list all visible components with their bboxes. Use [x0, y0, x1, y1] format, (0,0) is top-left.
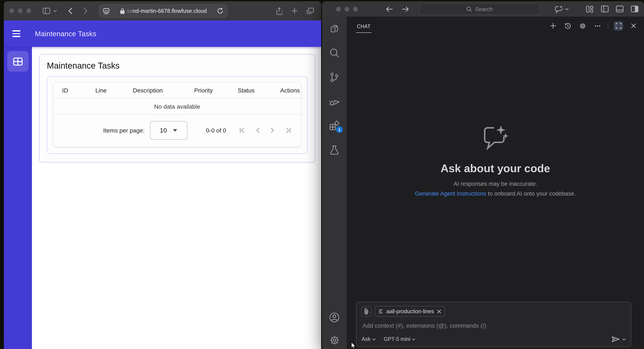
safari-traffic-lights: [9, 9, 31, 13]
copilot-menu[interactable]: [554, 5, 568, 13]
send-options-chevron-icon[interactable]: [622, 338, 626, 340]
data-table: ID Line Description Priority Status Acti…: [54, 83, 301, 147]
account-icon[interactable]: [329, 312, 340, 323]
web-app: Maintenance Tasks Mainte: [4, 21, 321, 349]
divider: [608, 23, 608, 29]
app-header-title: Maintenance Tasks: [35, 30, 96, 38]
previous-page-button[interactable]: [256, 127, 260, 134]
context-chip[interactable]: aall-production-lines: [375, 306, 445, 317]
card-title: Maintenance Tasks: [47, 61, 308, 71]
close-window-button[interactable]: [336, 7, 341, 11]
send-button[interactable]: [612, 336, 620, 342]
table-footer: Items per page: 10 0-0 of 0: [54, 115, 301, 146]
app-header: Maintenance Tasks: [4, 21, 321, 47]
app-main: Maintenance Tasks ID Line Description Pr…: [32, 47, 321, 349]
search-icon: [466, 6, 472, 12]
testing-icon[interactable]: [329, 144, 340, 156]
chat-panel-header: CHAT: [347, 17, 644, 35]
address-bar[interactable]: sand-martin-6678.flowfuse.cloud: [99, 4, 228, 18]
column-header-line[interactable]: Line: [96, 87, 133, 94]
column-header-actions[interactable]: Actions: [280, 87, 301, 94]
items-per-page-select[interactable]: 10: [150, 121, 187, 140]
mode-selector[interactable]: Ask: [362, 336, 376, 342]
chevron-down-icon: [372, 338, 376, 340]
items-per-page-value: 10: [160, 127, 167, 134]
run-and-debug-icon[interactable]: [329, 96, 340, 107]
model-selector[interactable]: GPT-5 mini: [384, 336, 416, 342]
desktop: sand-martin-6678.flowfuse.cloud: [0, 0, 644, 349]
items-per-page-label: Items per page:: [103, 127, 144, 134]
source-control-icon[interactable]: [329, 72, 340, 83]
zoom-window-button[interactable]: [26, 9, 31, 13]
more-actions-icon[interactable]: [593, 21, 602, 31]
empty-table-message: No data available: [54, 98, 301, 115]
minimize-window-button[interactable]: [18, 9, 22, 13]
column-header-priority[interactable]: Priority: [194, 87, 238, 94]
back-button[interactable]: [68, 7, 73, 15]
sidebar-toggle-icon[interactable]: [42, 8, 50, 14]
chat-history-icon[interactable]: [563, 21, 572, 31]
sidebar-item-tasks[interactable]: [7, 51, 28, 72]
customize-layout-icon[interactable]: [586, 5, 594, 13]
url-text: sand-martin-6678.flowfuse.cloud: [127, 8, 207, 14]
empty-state-link-line: Generate Agent Instructions to onboard A…: [415, 190, 576, 197]
app-sidebar: [4, 47, 32, 349]
chevron-down-icon[interactable]: [53, 10, 57, 12]
chat-panel: CHAT: [347, 17, 644, 349]
pagination-range: 0-0 of 0: [206, 127, 226, 134]
mode-label: Ask: [362, 336, 370, 342]
toggle-secondary-sidebar-icon[interactable]: [631, 6, 638, 12]
lock-icon: [120, 8, 124, 14]
page-settings-icon[interactable]: [103, 8, 110, 14]
maintenance-tasks-card: Maintenance Tasks ID Line Description Pr…: [39, 54, 315, 162]
settings-gear-icon[interactable]: [329, 334, 340, 345]
activity-bar: 1: [322, 17, 347, 349]
last-page-button[interactable]: [284, 127, 291, 134]
vscode-titlebar: Search: [322, 1, 644, 17]
zoom-window-button[interactable]: [353, 7, 358, 11]
context-chip-label: aall-production-lines: [386, 308, 434, 314]
share-icon[interactable]: [276, 7, 282, 15]
safari-toolbar: sand-martin-6678.flowfuse.cloud: [4, 1, 321, 21]
search-icon[interactable]: [329, 47, 340, 58]
chat-input-box[interactable]: aall-production-lines Add context (#), e…: [356, 302, 631, 347]
safari-window: sand-martin-6678.flowfuse.cloud: [4, 1, 321, 349]
next-page-button[interactable]: [270, 127, 275, 134]
reload-icon[interactable]: [217, 8, 223, 14]
close-window-button[interactable]: [9, 9, 14, 13]
back-button[interactable]: [386, 6, 393, 12]
generate-agent-instructions-link[interactable]: Generate Agent Instructions: [415, 190, 486, 197]
first-page-button[interactable]: [239, 127, 246, 134]
table-container: ID Line Description Priority Status Acti…: [47, 76, 308, 154]
new-tab-icon[interactable]: [291, 8, 298, 14]
search-placeholder: Search: [475, 6, 492, 12]
column-header-id[interactable]: ID: [62, 87, 96, 94]
chat-settings-gear-icon[interactable]: [578, 21, 587, 31]
extensions-icon[interactable]: 1: [329, 120, 340, 131]
empty-state-subtitle: AI responses may be inaccurate.: [454, 180, 537, 187]
vscode-traffic-lights: [336, 7, 358, 11]
chevron-down-icon: [565, 8, 568, 10]
command-center-search[interactable]: Search: [419, 3, 540, 15]
tab-overview-icon[interactable]: [307, 8, 314, 14]
new-chat-icon[interactable]: [548, 21, 558, 31]
vscode-window: Search: [322, 1, 644, 349]
select-caret-icon: [173, 129, 177, 131]
chat-input-placeholder[interactable]: Add context (#), extensions (@), command…: [362, 322, 626, 329]
remove-context-icon[interactable]: [437, 309, 441, 313]
empty-state-title: Ask about your code: [440, 162, 550, 175]
column-header-status[interactable]: Status: [238, 87, 280, 94]
explorer-icon[interactable]: [329, 23, 340, 34]
toggle-panel-icon[interactable]: [616, 6, 624, 12]
forward-button[interactable]: [402, 6, 409, 12]
forward-button[interactable]: [83, 7, 88, 15]
attach-context-button[interactable]: [361, 306, 372, 316]
column-header-description[interactable]: Description: [133, 87, 194, 94]
tab-chat[interactable]: CHAT: [356, 19, 372, 33]
toggle-primary-sidebar-icon[interactable]: [601, 6, 609, 12]
mouse-cursor: [351, 342, 356, 349]
maximize-panel-icon[interactable]: [614, 21, 623, 31]
close-panel-icon[interactable]: [629, 21, 638, 31]
minimize-window-button[interactable]: [344, 7, 349, 11]
menu-icon[interactable]: [12, 30, 20, 37]
